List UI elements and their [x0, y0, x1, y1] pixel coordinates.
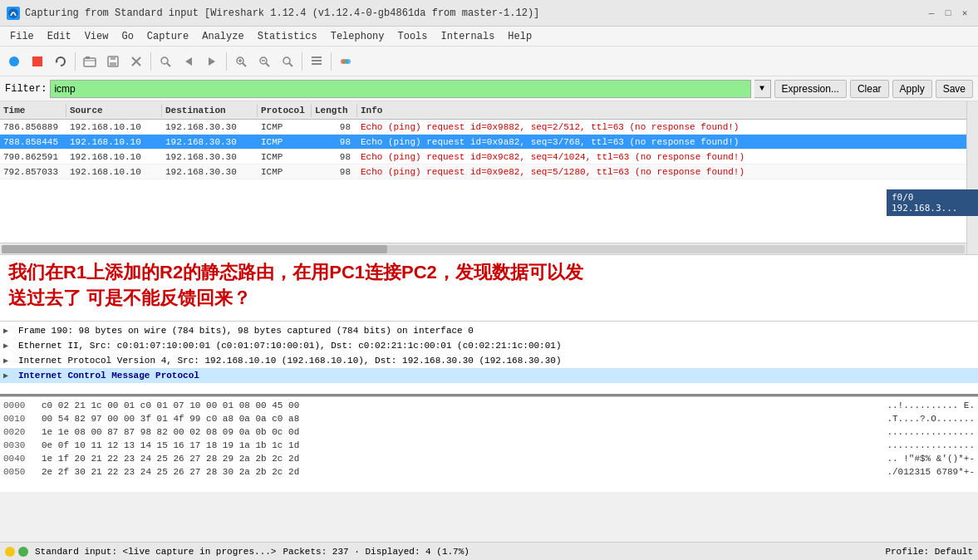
statusbar: Standard input: <live capture in progres…: [0, 542, 978, 560]
hex-row: 0020 1e 1e 08 00 87 87 98 82 00 02 08 09…: [3, 425, 975, 439]
table-row[interactable]: 792.857033 192.168.10.10 192.168.30.30 I…: [0, 165, 978, 179]
packet-list-hscrollbar[interactable]: [0, 243, 966, 254]
cell-length: 98: [312, 166, 357, 178]
detail-text: Internet Control Message Protocol: [18, 371, 199, 381]
hex-row: 0000 c0 02 21 1c 00 01 c0 01 07 10 00 01…: [3, 399, 975, 412]
svg-rect-25: [312, 63, 322, 65]
open-button[interactable]: [79, 51, 101, 72]
menu-edit[interactable]: Edit: [41, 29, 78, 44]
filter-label: Filter:: [5, 83, 47, 95]
save-button[interactable]: [102, 51, 124, 72]
expand-icon: ▶: [3, 326, 15, 336]
filter-input[interactable]: [50, 80, 750, 98]
packet-list: Time Source Destination Protocol Length …: [0, 101, 978, 255]
next-button[interactable]: [201, 51, 223, 72]
menu-telephony[interactable]: Telephony: [324, 29, 391, 44]
cell-destination: 192.168.30.30: [162, 121, 258, 133]
detail-text: Internet Protocol Version 4, Src: 192.16…: [18, 356, 562, 366]
close-button[interactable]: ✕: [958, 7, 971, 20]
hex-bytes: 0e 0f 10 11 12 13 14 15 16 17 18 19 1a 1…: [42, 440, 873, 450]
detail-text: Frame 190: 98 bytes on wire (784 bits), …: [18, 326, 474, 336]
menu-internals[interactable]: Internals: [435, 29, 502, 44]
hscrollbar-thumb[interactable]: [2, 245, 387, 253]
menu-statistics[interactable]: Statistics: [251, 29, 324, 44]
zoom-out-button[interactable]: [253, 51, 275, 72]
stop-capture-button[interactable]: [27, 51, 48, 72]
detail-text: Ethernet II, Src: c0:01:07:10:00:01 (c0:…: [18, 341, 562, 351]
table-row[interactable]: 788.858445 192.168.10.10 192.168.30.30 I…: [0, 135, 978, 150]
cell-info: Echo (ping) request id=0x9c82, seq=4/102…: [357, 151, 978, 163]
hex-bytes: 00 54 82 97 00 00 3f 01 4f 99 c0 a8 0a 0…: [42, 414, 873, 424]
detail-row[interactable]: ▶ Internet Protocol Version 4, Src: 192.…: [0, 353, 978, 368]
zoom-normal-button[interactable]: [277, 51, 298, 72]
hex-row: 0050 2e 2f 30 21 22 23 24 25 26 27 28 30…: [3, 465, 975, 479]
cell-info: Echo (ping) request id=0x9e82, seq=5/128…: [357, 166, 978, 178]
cell-length: 98: [312, 121, 357, 133]
colorize-button[interactable]: [335, 51, 356, 72]
clear-button[interactable]: Clear: [850, 80, 889, 98]
cell-protocol: ICMP: [258, 136, 312, 148]
packet-list-scrollbar[interactable]: [966, 101, 978, 254]
filter-dropdown-button[interactable]: ▼: [754, 80, 771, 98]
filterbar: Filter: ▼ Expression... Clear Apply Save: [0, 76, 978, 101]
packet-detail: ▶ Frame 190: 98 bytes on wire (784 bits)…: [0, 322, 978, 396]
cell-destination: 192.168.30.30: [162, 166, 258, 178]
svg-rect-8: [110, 62, 116, 66]
window-controls[interactable]: — □ ✕: [925, 7, 971, 20]
window-title: Capturing from Standard input [Wireshark…: [25, 7, 539, 19]
detail-row[interactable]: ▶ Frame 190: 98 bytes on wire (784 bits)…: [0, 323, 978, 338]
apply-button[interactable]: Apply: [892, 80, 932, 98]
detail-row[interactable]: ▶ Ethernet II, Src: c0:01:07:10:00:01 (c…: [0, 338, 978, 353]
toolbar-sep-1: [75, 52, 76, 71]
hex-ascii: .T....?.O.......: [887, 414, 975, 424]
table-row[interactable]: 786.856889 192.168.10.10 192.168.30.30 I…: [0, 120, 978, 135]
detail-row[interactable]: ▶ Internet Control Message Protocol: [0, 368, 978, 383]
close-file-button[interactable]: [125, 51, 147, 72]
svg-point-29: [346, 59, 351, 64]
menu-file[interactable]: File: [3, 29, 41, 44]
minimize-button[interactable]: —: [925, 7, 938, 20]
col-header-info: Info: [357, 104, 978, 117]
cell-length: 98: [312, 151, 357, 163]
svg-rect-26: [312, 56, 322, 58]
menu-analyze[interactable]: Analyze: [195, 29, 250, 44]
menu-go[interactable]: Go: [115, 29, 140, 44]
cell-time: 792.857033: [0, 166, 66, 178]
cell-time: 790.862591: [0, 151, 66, 163]
col-header-time: Time: [0, 104, 66, 117]
hex-offset: 0000: [3, 400, 35, 410]
start-capture-button[interactable]: [3, 51, 25, 72]
cell-info: Echo (ping) request id=0x9a82, seq=3/768…: [357, 136, 978, 148]
toolbar-sep-4: [302, 52, 302, 71]
menu-tools[interactable]: Tools: [391, 29, 435, 44]
expression-button[interactable]: Expression...: [774, 80, 847, 98]
prev-button[interactable]: [178, 51, 199, 72]
capture-options-button[interactable]: [306, 51, 327, 72]
wireshark-icon: [7, 7, 20, 20]
zoom-in-button[interactable]: [230, 51, 252, 72]
expand-icon: ▶: [3, 356, 15, 366]
hex-row: 0030 0e 0f 10 11 12 13 14 15 16 17 18 19…: [3, 439, 975, 452]
menu-capture[interactable]: Capture: [140, 29, 195, 44]
expand-icon: ▶: [3, 341, 15, 351]
hex-ascii: ./012315 6789*+-: [887, 467, 975, 477]
status-dot-green: [18, 547, 28, 557]
cell-info: Echo (ping) request id=0x9882, seq=2/512…: [357, 121, 978, 133]
svg-rect-2: [32, 56, 42, 66]
hex-bytes: 1e 1e 08 00 87 87 98 82 00 02 08 09 0a 0…: [42, 427, 873, 437]
table-row[interactable]: 790.862591 192.168.10.10 192.168.30.30 I…: [0, 150, 978, 165]
save-filter-button[interactable]: Save: [936, 80, 973, 98]
find-button[interactable]: [155, 51, 176, 72]
svg-rect-7: [111, 56, 115, 60]
hscrollbar-track: [2, 245, 965, 253]
restart-capture-button[interactable]: [50, 51, 71, 72]
titlebar-left: Capturing from Standard input [Wireshark…: [7, 7, 539, 20]
col-header-length: Length: [312, 104, 357, 117]
maximize-button[interactable]: □: [941, 7, 955, 20]
menu-help[interactable]: Help: [501, 29, 538, 44]
menu-view[interactable]: View: [78, 29, 115, 44]
col-header-protocol: Protocol: [258, 104, 312, 117]
hex-bytes: c0 02 21 1c 00 01 c0 01 07 10 00 01 08 0…: [42, 400, 873, 410]
cell-protocol: ICMP: [258, 121, 312, 133]
status-text: Standard input: <live capture in progres…: [35, 547, 276, 557]
